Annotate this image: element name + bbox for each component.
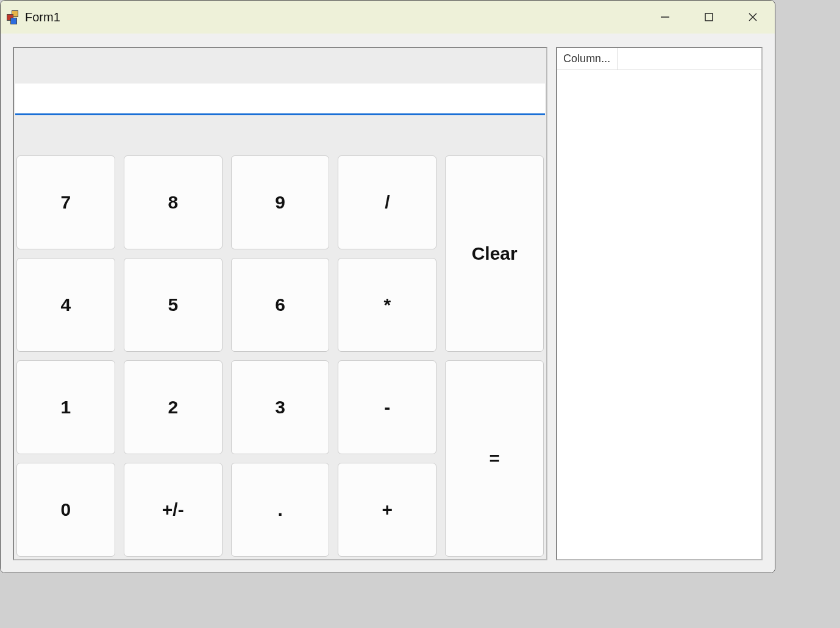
key-4[interactable]: 4 (16, 258, 115, 352)
key-7[interactable]: 7 (16, 155, 115, 249)
titlebar[interactable]: Form1 (1, 1, 775, 34)
key-multiply[interactable]: * (338, 258, 436, 352)
window-controls (643, 1, 775, 34)
key-divide[interactable]: / (338, 155, 436, 249)
key-8[interactable]: 8 (124, 155, 222, 249)
minimize-icon (660, 12, 671, 23)
key-1[interactable]: 1 (16, 360, 115, 454)
close-icon (747, 12, 758, 23)
window-title: Form1 (25, 10, 60, 24)
key-negate[interactable]: +/- (124, 463, 222, 557)
calculator-panel: 7 8 9 / Clear 4 5 6 * 1 2 3 - = 0 +/- . … (13, 47, 547, 560)
key-clear[interactable]: Clear (445, 155, 544, 352)
close-button[interactable] (731, 1, 775, 34)
key-equals[interactable]: = (445, 360, 544, 557)
key-2[interactable]: 2 (124, 360, 222, 454)
client-area: 7 8 9 / Clear 4 5 6 * 1 2 3 - = 0 +/- . … (1, 34, 775, 573)
form-window: Form1 7 8 9 / Clear 4 (0, 0, 775, 573)
key-decimal[interactable]: . (231, 463, 330, 557)
key-6[interactable]: 6 (231, 258, 330, 352)
key-add[interactable]: + (338, 463, 436, 557)
display-wrap (14, 84, 546, 115)
minimize-button[interactable] (643, 1, 687, 34)
column-header[interactable]: Column... (557, 48, 618, 70)
key-9[interactable]: 9 (231, 155, 330, 249)
keypad: 7 8 9 / Clear 4 5 6 * 1 2 3 - = 0 +/- . … (16, 155, 544, 557)
key-5[interactable]: 5 (124, 258, 222, 352)
display-input[interactable] (15, 84, 545, 115)
app-icon (7, 10, 20, 24)
history-listview[interactable]: Column... (556, 47, 763, 560)
maximize-icon (704, 12, 714, 22)
svg-rect-1 (705, 13, 713, 21)
key-0[interactable]: 0 (16, 463, 115, 557)
key-3[interactable]: 3 (231, 360, 330, 454)
listview-header: Column... (557, 48, 761, 70)
key-subtract[interactable]: - (338, 360, 436, 454)
maximize-button[interactable] (687, 1, 731, 34)
